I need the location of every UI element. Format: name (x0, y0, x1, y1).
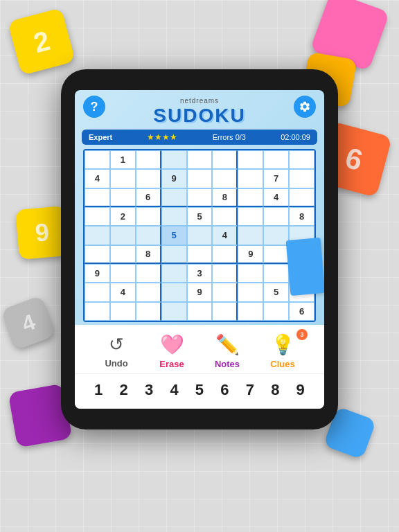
cell-4-4[interactable] (187, 226, 213, 245)
cell-5-2[interactable]: 8 (136, 245, 161, 264)
sudoku-grid[interactable]: 14976842585489934956 (83, 149, 316, 322)
cell-1-7[interactable]: 7 (263, 169, 289, 188)
num-btn-9[interactable]: 9 (288, 381, 313, 399)
num-btn-8[interactable]: 8 (263, 381, 287, 399)
cell-6-6[interactable] (238, 264, 263, 283)
errors-display: Errors 0/3 (213, 133, 246, 141)
num-btn-6[interactable]: 6 (212, 381, 237, 399)
cell-3-8[interactable]: 8 (289, 207, 314, 226)
clues-icon: 💡 (271, 333, 295, 356)
toolbar-actions: ↺ Undo 🩷 Erase ✏️ Notes 💡 3 Clues (75, 325, 324, 374)
cell-1-4[interactable] (187, 169, 213, 188)
cell-5-6[interactable]: 9 (238, 245, 263, 264)
cell-1-5[interactable] (212, 169, 238, 188)
cell-8-1[interactable] (110, 302, 136, 321)
cell-1-8[interactable] (289, 169, 314, 188)
cell-2-7[interactable]: 4 (263, 188, 289, 207)
cell-5-4[interactable] (187, 245, 213, 264)
cell-7-7[interactable]: 5 (263, 283, 289, 301)
cell-7-3[interactable] (161, 283, 187, 301)
num-btn-3[interactable]: 3 (136, 381, 161, 399)
cell-0-6[interactable] (238, 150, 263, 169)
cell-7-2[interactable] (136, 283, 161, 301)
notes-icon: ✏️ (215, 333, 240, 356)
cell-2-4[interactable] (187, 188, 213, 207)
cell-3-4[interactable]: 5 (187, 207, 213, 226)
cell-2-1[interactable] (110, 188, 136, 207)
cell-4-1[interactable] (110, 226, 136, 245)
cell-2-2[interactable]: 6 (136, 188, 161, 207)
num-btn-4[interactable]: 4 (162, 381, 187, 399)
cell-0-2[interactable] (136, 150, 161, 169)
cell-2-5[interactable]: 8 (212, 188, 238, 207)
cell-0-8[interactable] (289, 150, 314, 169)
cell-4-7[interactable] (263, 226, 289, 245)
cell-2-0[interactable] (85, 188, 110, 207)
cell-3-7[interactable] (263, 207, 289, 226)
help-button[interactable]: ? (83, 96, 105, 118)
cell-8-4[interactable] (187, 302, 213, 321)
notes-label: Notes (215, 359, 240, 369)
cell-0-4[interactable] (187, 150, 213, 169)
cell-1-2[interactable] (136, 169, 161, 188)
erase-button[interactable]: 🩷 Erase (151, 333, 193, 369)
undo-icon: ↺ (109, 334, 124, 355)
cell-2-8[interactable] (289, 188, 314, 207)
cell-5-0[interactable] (85, 245, 110, 264)
cell-1-1[interactable] (110, 169, 136, 188)
cell-5-7[interactable] (263, 245, 289, 264)
cell-6-4[interactable]: 3 (187, 264, 213, 283)
cell-7-5[interactable] (212, 283, 238, 301)
cell-0-0[interactable] (85, 150, 110, 169)
cell-3-1[interactable]: 2 (110, 207, 136, 226)
num-btn-1[interactable]: 1 (86, 381, 111, 399)
cell-6-5[interactable] (212, 264, 238, 283)
cell-2-6[interactable] (238, 188, 263, 207)
cell-4-5[interactable]: 4 (212, 226, 238, 245)
cell-0-5[interactable] (212, 150, 238, 169)
cell-5-5[interactable] (212, 245, 238, 264)
cell-3-0[interactable] (85, 207, 110, 226)
cell-0-7[interactable] (263, 150, 289, 169)
cell-3-2[interactable] (136, 207, 161, 226)
num-btn-5[interactable]: 5 (187, 381, 212, 399)
cell-6-2[interactable] (136, 264, 161, 283)
undo-button[interactable]: ↺ Undo (96, 334, 137, 369)
cell-1-3[interactable]: 9 (161, 169, 187, 188)
cell-7-0[interactable] (85, 283, 110, 301)
cell-1-0[interactable]: 4 (85, 169, 110, 188)
cell-8-5[interactable] (212, 302, 238, 321)
cell-8-3[interactable] (161, 302, 187, 321)
cell-3-3[interactable] (161, 207, 187, 226)
num-btn-2[interactable]: 2 (112, 381, 136, 399)
cell-4-2[interactable] (136, 226, 161, 245)
cell-4-0[interactable] (85, 226, 110, 245)
cell-8-6[interactable] (238, 302, 263, 321)
cell-1-6[interactable] (238, 169, 263, 188)
cell-6-1[interactable] (110, 264, 136, 283)
notes-button[interactable]: ✏️ Notes (206, 333, 248, 369)
cell-3-5[interactable] (212, 207, 238, 226)
blue-corner-deco (286, 238, 324, 296)
settings-button[interactable] (294, 96, 316, 118)
num-btn-7[interactable]: 7 (238, 381, 263, 399)
cell-6-3[interactable] (161, 264, 187, 283)
cell-6-0[interactable]: 9 (85, 264, 110, 283)
cell-5-1[interactable] (110, 245, 136, 264)
cell-8-8[interactable]: 6 (289, 302, 314, 321)
cell-0-3[interactable] (161, 150, 187, 169)
cell-6-7[interactable] (263, 264, 289, 283)
cell-8-0[interactable] (85, 302, 110, 321)
cell-2-3[interactable] (161, 188, 187, 207)
cell-3-6[interactable] (238, 207, 263, 226)
cell-4-3[interactable]: 5 (161, 226, 187, 245)
cell-0-1[interactable]: 1 (110, 150, 136, 169)
cell-7-4[interactable]: 9 (187, 283, 213, 301)
cell-4-6[interactable] (238, 226, 263, 245)
cell-7-6[interactable] (238, 283, 263, 301)
cell-8-2[interactable] (136, 302, 161, 321)
clues-button[interactable]: 💡 3 Clues (262, 333, 303, 369)
cell-7-1[interactable]: 4 (110, 283, 136, 301)
cell-5-3[interactable] (161, 245, 187, 264)
cell-8-7[interactable] (263, 302, 289, 321)
